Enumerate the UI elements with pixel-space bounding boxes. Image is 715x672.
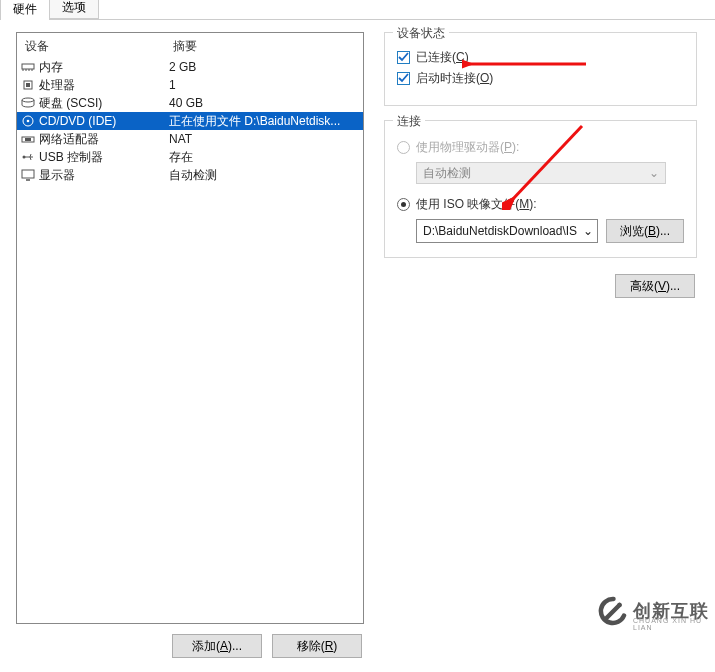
browse-button[interactable]: 浏览(B)... — [606, 219, 684, 243]
dropdown-physical-value: 自动检测 — [423, 165, 471, 182]
column-header-device[interactable]: 设备 — [25, 38, 173, 55]
remove-button[interactable]: 移除(R) — [272, 634, 362, 658]
group-title-status: 设备状态 — [393, 25, 449, 42]
device-summary: 1 — [169, 78, 359, 92]
watermark-subtext: CHUANG XIN HU LIAN — [633, 617, 707, 631]
hdd-icon — [21, 97, 35, 109]
iso-path-value: D:\BaiduNetdiskDownload\IS — [423, 224, 577, 238]
dropdown-physical-drive: 自动检测 ⌄ — [416, 162, 666, 184]
svg-rect-0 — [22, 64, 34, 69]
cd-icon — [21, 115, 35, 127]
device-name: USB 控制器 — [39, 149, 103, 166]
label-use-physical: 使用物理驱动器(P): — [416, 139, 519, 156]
device-name: 处理器 — [39, 77, 75, 94]
logo-icon — [597, 596, 627, 626]
checkbox-connected[interactable] — [397, 51, 410, 64]
add-button[interactable]: 添加(A)... — [172, 634, 262, 658]
device-name: 内存 — [39, 59, 63, 76]
device-summary: 2 GB — [169, 60, 359, 74]
group-title-connection: 连接 — [393, 113, 425, 130]
svg-rect-14 — [22, 170, 34, 178]
device-row[interactable]: 内存2 GB — [17, 58, 363, 76]
usb-icon — [21, 151, 35, 163]
device-row[interactable]: 硬盘 (SCSI)40 GB — [17, 94, 363, 112]
advanced-button[interactable]: 高级(V)... — [615, 274, 695, 298]
device-name: 硬盘 (SCSI) — [39, 95, 102, 112]
device-name: 显示器 — [39, 167, 75, 184]
device-name: 网络适配器 — [39, 131, 99, 148]
label-connected: 已连接(C) — [416, 49, 469, 66]
svg-line-18 — [606, 605, 620, 619]
device-row[interactable]: CD/DVD (IDE)正在使用文件 D:\BaiduNetdisk... — [17, 112, 363, 130]
display-icon — [21, 169, 35, 181]
device-row[interactable]: 网络适配器NAT — [17, 130, 363, 148]
svg-rect-11 — [25, 138, 31, 141]
tab-options[interactable]: 选项 — [49, 0, 99, 19]
device-summary: 自动检测 — [169, 167, 359, 184]
device-summary: 存在 — [169, 149, 359, 166]
label-connect-at-power-on: 启动时连接(O) — [416, 70, 493, 87]
svg-point-7 — [22, 98, 34, 102]
connection-group: 连接 使用物理驱动器(P): 自动检测 ⌄ 使用 ISO 映像文件(M): D:… — [384, 120, 697, 258]
device-summary: NAT — [169, 132, 359, 146]
watermark: 创新互联 CHUANG XIN HU LIAN — [597, 596, 709, 626]
chevron-down-icon[interactable]: ⌄ — [579, 224, 593, 238]
svg-point-19 — [617, 603, 622, 608]
device-row[interactable]: USB 控制器存在 — [17, 148, 363, 166]
chevron-down-icon: ⌄ — [649, 166, 659, 180]
device-list[interactable]: 设备 摘要 内存2 GB处理器1硬盘 (SCSI)40 GBCD/DVD (ID… — [16, 32, 364, 624]
column-header-summary[interactable]: 摘要 — [173, 38, 355, 55]
device-status-group: 设备状态 已连接(C) 启动时连接(O) — [384, 32, 697, 106]
radio-use-iso[interactable] — [397, 198, 410, 211]
iso-path-combobox[interactable]: D:\BaiduNetdiskDownload\IS ⌄ — [416, 219, 598, 243]
tab-bar: 硬件 选项 — [0, 0, 715, 20]
nic-icon — [21, 133, 35, 145]
device-row[interactable]: 显示器自动检测 — [17, 166, 363, 184]
checkbox-connect-at-power-on[interactable] — [397, 72, 410, 85]
radio-use-physical[interactable] — [397, 141, 410, 154]
label-use-iso: 使用 ISO 映像文件(M): — [416, 196, 537, 213]
memory-icon — [21, 61, 35, 73]
device-summary: 40 GB — [169, 96, 359, 110]
cpu-icon — [21, 79, 35, 91]
device-summary: 正在使用文件 D:\BaiduNetdisk... — [169, 113, 359, 130]
tab-hardware[interactable]: 硬件 — [0, 0, 50, 20]
device-name: CD/DVD (IDE) — [39, 114, 116, 128]
svg-rect-6 — [26, 83, 30, 87]
device-list-header: 设备 摘要 — [17, 33, 363, 58]
device-row[interactable]: 处理器1 — [17, 76, 363, 94]
svg-point-9 — [27, 120, 30, 123]
